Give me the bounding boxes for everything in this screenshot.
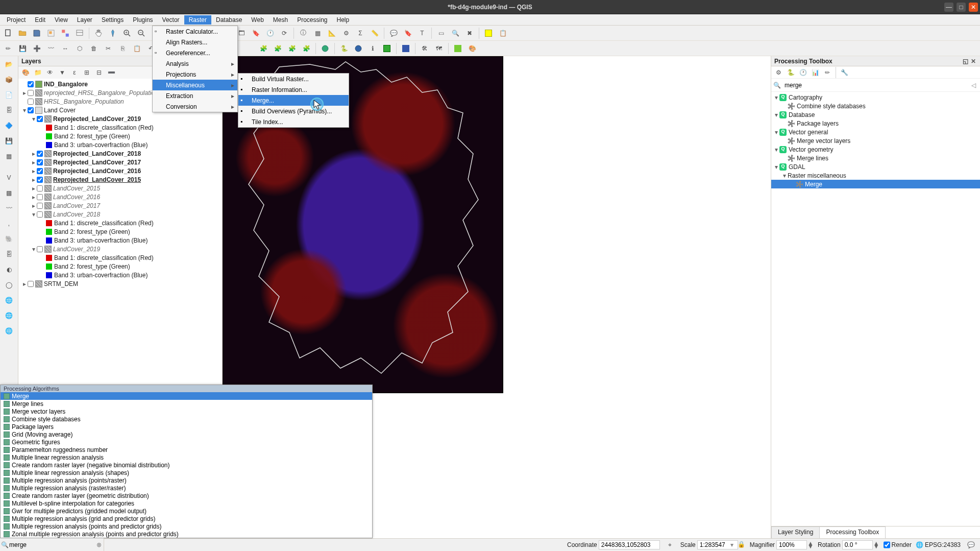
menu-mesh[interactable]: Mesh xyxy=(268,15,292,25)
layer-visibility-checkbox[interactable] xyxy=(37,177,43,183)
menu-web[interactable]: Web xyxy=(247,15,268,25)
layer-visibility-checkbox[interactable] xyxy=(37,185,43,191)
raster-menu-align-rasters-[interactable]: Align Rasters... xyxy=(153,37,237,47)
toolbox-tree[interactable]: ▾QCartographyCombine style databases▾QDa… xyxy=(771,92,980,526)
layer-visibility-checkbox[interactable] xyxy=(37,168,43,174)
toolbox-row[interactable]: Merge xyxy=(771,180,980,188)
expand-toggle[interactable]: ▸ xyxy=(31,159,37,166)
coordinate-input[interactable] xyxy=(599,540,660,549)
expand-toggle[interactable]: ▸ xyxy=(31,167,37,175)
text-annotation-button[interactable]: T xyxy=(416,27,428,39)
toolbox-row[interactable]: ▾Raster miscellaneous xyxy=(771,171,980,180)
new-print-layout-button[interactable] xyxy=(45,27,57,39)
menu-layer[interactable]: Layer xyxy=(72,15,97,25)
menu-settings[interactable]: Settings xyxy=(97,15,128,25)
locator-result[interactable]: Merge xyxy=(1,392,372,400)
add-raster-button[interactable]: ▩ xyxy=(2,186,16,200)
layer-row[interactable]: Band 2: forest_type (Green) xyxy=(18,132,222,140)
expand-toggle[interactable]: ▾ xyxy=(21,107,28,114)
layer-row[interactable]: ▸LandCover_2016 xyxy=(18,193,222,201)
toolbox-edit-button[interactable]: ✏ xyxy=(822,67,832,78)
rotation-input[interactable] xyxy=(842,540,873,549)
locator-result[interactable]: Create random raster layer (geometric di… xyxy=(1,492,372,499)
menu-processing[interactable]: Processing xyxy=(292,15,332,25)
layer-visibility-checkbox[interactable] xyxy=(37,116,43,122)
new-virtual-layer-button[interactable]: 🔷 xyxy=(2,118,16,133)
panel-close-button[interactable]: ✕ xyxy=(970,58,977,65)
style-manager-button[interactable] xyxy=(59,27,71,39)
layer-visibility-checkbox[interactable] xyxy=(28,81,34,87)
close-button[interactable]: ✕ xyxy=(969,3,978,12)
toolbox-history-button[interactable]: 🕐 xyxy=(798,67,808,78)
plugin-9-button[interactable] xyxy=(400,42,412,55)
plugin-12-button[interactable] xyxy=(452,42,464,55)
new-spatial-bookmark-button[interactable]: 🔖 xyxy=(402,27,414,39)
refresh-button[interactable]: ⟳ xyxy=(278,27,290,39)
layer-visibility-checkbox[interactable] xyxy=(28,90,34,96)
toolbox-row[interactable]: ▾QVector geometry xyxy=(771,145,980,154)
measure-button[interactable]: 📏 xyxy=(369,27,381,39)
locator-result[interactable]: Grid (Moving average) xyxy=(1,430,372,438)
toolbox-row[interactable]: ▾QVector general xyxy=(771,128,980,136)
expand-toggle[interactable]: ▾ xyxy=(31,211,37,218)
expand-toggle[interactable]: ▾ xyxy=(773,146,779,153)
toolbox-results-button[interactable]: 📊 xyxy=(810,67,820,78)
layer-row[interactable]: ▸Reprojected_LandCover_2016 xyxy=(18,166,222,175)
misc-menu-build-overviews-pyramids-[interactable]: ▪Build Overviews (Pyramids)... xyxy=(238,106,349,116)
add-postgis-button[interactable]: 🐘 xyxy=(2,232,16,246)
locator-result[interactable]: Multiple linear regression analysis xyxy=(1,453,372,461)
digitize-button[interactable]: 〰 xyxy=(45,42,57,55)
misc-menu-merge-[interactable]: ▪Merge... xyxy=(238,95,349,106)
expand-toggle[interactable]: ▾ xyxy=(31,246,37,253)
layer-visibility-checkbox[interactable] xyxy=(37,211,43,218)
zoom-in-button[interactable] xyxy=(121,27,133,39)
layer-row[interactable]: Band 1: discrete_classification (Red) xyxy=(18,253,222,262)
edit-toggle-button[interactable]: ✏ xyxy=(2,42,14,55)
layer-row[interactable]: ▸LandCover_2015 xyxy=(18,184,222,193)
move-feature-button[interactable]: ↔ xyxy=(59,42,71,55)
add-oracle-button[interactable]: ◯ xyxy=(2,278,16,292)
layer-visibility-checkbox[interactable] xyxy=(37,159,43,165)
expand-toggle[interactable]: ▸ xyxy=(21,280,28,288)
locator-result[interactable]: Gwr for multiple predictors (gridded mod… xyxy=(1,507,372,515)
render-checkbox[interactable] xyxy=(884,540,890,549)
lock-icon[interactable]: 🔒 xyxy=(738,541,746,549)
layer-visibility-checkbox[interactable] xyxy=(37,151,43,157)
toolbox-model-button[interactable]: ⚙ xyxy=(773,67,783,78)
new-mesh-button[interactable]: ▦ xyxy=(2,149,16,163)
layer-row[interactable]: ▾LandCover_2019 xyxy=(18,245,222,253)
toolbox-row[interactable]: Merge vector layers xyxy=(771,136,980,145)
locator-result[interactable]: Package layers xyxy=(1,423,372,430)
plugin-7-button[interactable]: ℹ xyxy=(366,42,379,55)
toolbox-row[interactable]: ▾QDatabase xyxy=(771,110,980,119)
crs-button[interactable]: 🌐 EPSG:24383 xyxy=(916,541,961,548)
plugin-1-button[interactable]: 🧩 xyxy=(257,42,270,55)
locator-result[interactable]: Create random raster layer (negative bin… xyxy=(1,461,372,469)
misc-menu-build-virtual-raster-[interactable]: ▪Build Virtual Raster... xyxy=(238,74,349,84)
locator-result[interactable]: Combine style databases xyxy=(1,415,372,423)
paste-features-button[interactable]: 📋 xyxy=(497,27,509,39)
expand-toggle[interactable]: ▾ xyxy=(773,111,779,118)
node-tool-button[interactable]: ⬡ xyxy=(74,42,86,55)
locator-result[interactable]: Multilevel b-spline interpolation for ca… xyxy=(1,499,372,507)
map-tips-button[interactable]: 💬 xyxy=(387,27,400,39)
toolbox-row[interactable]: ▾QGDAL xyxy=(771,162,980,171)
locator-result[interactable]: Merge vector layers xyxy=(1,408,372,415)
toolbox-row[interactable]: Combine style databases xyxy=(771,102,980,110)
raster-menu-miscellaneous[interactable]: Miscellaneous▸ xyxy=(153,80,237,90)
add-mesh-button[interactable]: 〰 xyxy=(2,201,16,215)
add-wms-button[interactable]: 🌐 xyxy=(2,293,16,307)
filter-legend-button[interactable]: ▼ xyxy=(57,67,67,78)
locator-input[interactable] xyxy=(9,540,94,550)
locator-result[interactable]: Multiple linear regression analysis (sha… xyxy=(1,469,372,476)
panel-float-button[interactable]: ◱ xyxy=(962,58,969,65)
menu-view[interactable]: View xyxy=(50,15,72,25)
expand-toggle[interactable]: ▸ xyxy=(31,150,37,157)
select-features-button[interactable]: ▭ xyxy=(435,27,447,39)
locator-result[interactable]: Multiple regression analysis (raster/ras… xyxy=(1,484,372,492)
menu-database[interactable]: Database xyxy=(211,15,247,25)
filter-expression-button[interactable]: ε xyxy=(69,67,80,78)
layer-row[interactable]: ▸SRTM_DEM xyxy=(18,279,222,288)
open-project-button[interactable] xyxy=(16,27,29,39)
locator-result[interactable]: Paramemelton ruggedness number xyxy=(1,446,372,453)
